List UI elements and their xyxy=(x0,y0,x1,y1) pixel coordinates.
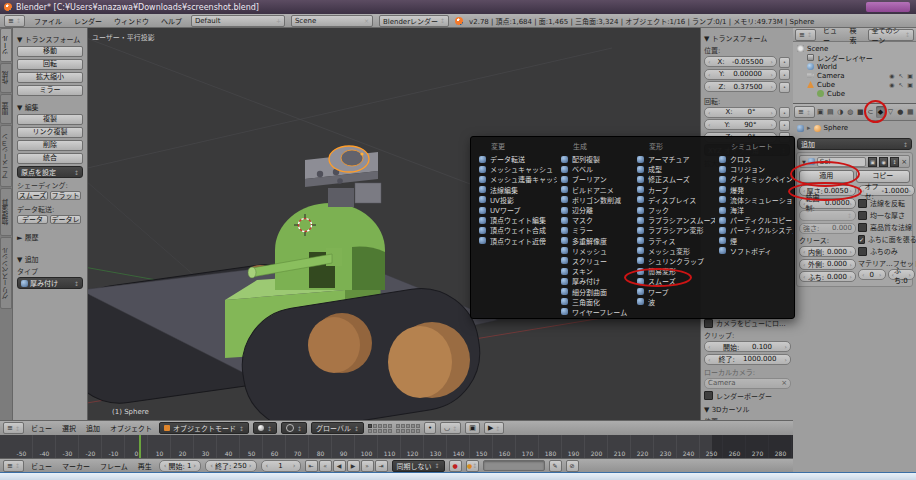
toolshelf-tab[interactable]: 物理演算 xyxy=(0,188,12,236)
modifier-menu-item[interactable]: ディスプレイス xyxy=(635,195,715,205)
constraints-tab-icon[interactable]: ⊂ xyxy=(866,106,875,118)
prev-keyframe-button[interactable]: « xyxy=(319,460,332,472)
modifier-menu-item[interactable]: シュリンクラップ xyxy=(635,256,715,266)
add-panel-title[interactable]: 追加 xyxy=(25,256,39,264)
opengl-render-anim-icon[interactable]: ▶↕ xyxy=(484,422,504,434)
local-camera-field[interactable]: Camera× xyxy=(704,378,791,389)
modifier-menu-item[interactable]: 成型 xyxy=(635,164,715,174)
object-tab-icon[interactable]: ■ xyxy=(856,106,865,118)
modifiers-tab-icon[interactable]: ◆ xyxy=(876,106,885,118)
toolshelf-tab[interactable]: ツール xyxy=(0,28,12,62)
npanel-transform-title[interactable]: トランスフォーム xyxy=(712,35,768,43)
lock-icon[interactable]: • xyxy=(779,57,790,68)
sync-dropdown[interactable]: 同期しない↕ xyxy=(392,460,445,472)
modifier-menu-item[interactable]: メッシュ連番キャッシュ xyxy=(477,174,557,184)
add-modifier-dropdown[interactable]: 追加 ↕ xyxy=(797,138,912,150)
modifier-menu-item[interactable]: データ転送 xyxy=(477,154,557,164)
expand-icon[interactable]: ▼ xyxy=(17,36,22,44)
modifier-menu-item[interactable]: 辺分離 xyxy=(559,205,633,215)
vertex-group-field[interactable]: ↕ xyxy=(799,210,856,221)
modifier-menu-item[interactable]: 頂点ウェイト編集 xyxy=(477,215,557,225)
transform-panel-title[interactable]: トランスフォーム xyxy=(25,36,81,44)
toolshelf-tab[interactable]: 作成 xyxy=(0,63,12,93)
modifier-name-field[interactable]: Sol xyxy=(817,157,866,167)
expand-icon[interactable]: ▼ xyxy=(17,104,22,112)
scene-tab-icon[interactable]: ◑ xyxy=(836,106,845,118)
render-layers-tab-icon[interactable]: ▤ xyxy=(826,106,835,118)
transform-button[interactable]: 回転 xyxy=(17,59,83,70)
outliner-view-menu[interactable]: ビュー xyxy=(820,28,843,45)
edit-button[interactable]: 複製 xyxy=(17,114,83,125)
modifier-menu-item[interactable]: 三角面化 xyxy=(559,297,633,307)
modifier-menu-item[interactable]: 修正スムーズ xyxy=(635,174,715,184)
editor-type-button[interactable]: ≡↕ xyxy=(3,460,24,472)
material-tab-icon[interactable]: ● xyxy=(896,106,905,118)
render-tab-icon[interactable]: ▣ xyxy=(816,106,825,118)
layout-selector[interactable]: Default + xyxy=(191,15,285,27)
shading-dropdown[interactable]: ↕ xyxy=(253,422,277,434)
pivot-dropdown[interactable]: ↕ xyxy=(281,422,307,434)
start-frame-field[interactable]: ‹開始:1› xyxy=(159,460,201,472)
menu-render[interactable]: レンダー xyxy=(71,16,105,26)
outliner-display-dropdown[interactable]: 全てのシーン↕ xyxy=(868,29,914,41)
modifier-menu-item[interactable]: 配列複製 xyxy=(559,154,633,164)
expand-icon[interactable]: ▼ xyxy=(802,159,806,165)
tl-playback-menu[interactable]: 再生 xyxy=(135,461,155,471)
crease-inner-field[interactable]: ‹内側:0.000› xyxy=(799,246,856,257)
current-frame-field[interactable]: ‹1› xyxy=(261,460,301,472)
modifier-menu-item[interactable]: パーティクルコピー xyxy=(717,215,793,225)
modifier-menu-item[interactable]: フック xyxy=(635,205,715,215)
breadcrumb-object-name[interactable]: Sphere xyxy=(824,124,849,132)
editor-type-button[interactable]: ≡↕ xyxy=(794,106,815,118)
next-keyframe-button[interactable]: » xyxy=(361,460,374,472)
object-menu[interactable]: オブジェクト xyxy=(107,423,155,433)
title-bar[interactable]: Blender* [C:¥Users¥anazawa¥Downloads¥scr… xyxy=(0,0,916,14)
toolshelf-tab[interactable]: グリースペンシル xyxy=(0,237,12,309)
lock-icon[interactable]: • xyxy=(779,120,790,131)
timeline-ruler[interactable]: -50-40-30-20-100102030405060708090100110… xyxy=(0,435,793,459)
opengl-render-icon[interactable]: ▣ xyxy=(465,422,480,434)
modifier-menu-item[interactable]: ラプラシアンスムーズ xyxy=(635,215,715,225)
modifier-menu-item[interactable]: リメッシュ xyxy=(559,246,633,256)
delete-modifier-icon[interactable]: × xyxy=(901,158,907,166)
transform-button[interactable]: 拡大縮小 xyxy=(17,72,83,83)
history-panel-title[interactable]: 履歴 xyxy=(25,234,39,242)
modifier-menu-item[interactable]: 頂点ウェイト近傍 xyxy=(477,236,557,246)
window-controls[interactable] xyxy=(866,2,910,12)
modifier-menu-item[interactable]: アーマチュア xyxy=(635,154,715,164)
autokey-mode-button[interactable]: ●↕ xyxy=(466,460,479,472)
modifier-menu-item[interactable]: 海洋 xyxy=(717,205,793,215)
even-thickness-checkbox[interactable]: 均一な厚さ xyxy=(858,210,915,220)
outliner-row[interactable]: World xyxy=(793,62,916,71)
texture-tab-icon[interactable]: ▦ xyxy=(906,106,915,118)
render-toggle-icon[interactable]: ▣ xyxy=(868,157,877,167)
modifier-menu-item[interactable]: カーブ xyxy=(635,185,715,195)
edit-button[interactable]: 統合 xyxy=(17,153,83,164)
expand-icon[interactable]: ▼ xyxy=(704,406,709,414)
set-origin-dropdown[interactable]: 原点を設定 ↕ xyxy=(17,166,83,178)
editor-type-button[interactable]: ≡ ↕ xyxy=(4,15,25,27)
modifier-menu-item[interactable]: スキン xyxy=(559,266,633,276)
modifier-menu-item[interactable]: 法線編集 xyxy=(477,185,557,195)
modifier-menu-item[interactable]: パーティクルシステム xyxy=(717,225,793,235)
move-modifier-icon[interactable]: ↕ xyxy=(890,157,899,167)
crease-outer-field[interactable]: ‹外側:0.000› xyxy=(799,259,856,270)
modifier-menu-item[interactable]: クロス xyxy=(717,154,793,164)
select-menu[interactable]: 選択 xyxy=(59,423,79,433)
offset-field[interactable]: ‹オフセ:-1.0000› xyxy=(858,185,915,196)
data-layout-button[interactable]: データレ xyxy=(50,215,81,224)
modifier-menu-item[interactable]: ベベル xyxy=(559,164,633,174)
toolshelf-tab[interactable]: アニメーション xyxy=(0,125,12,187)
rot-y-field[interactable]: ‹Y:90°› xyxy=(704,119,777,130)
play-button[interactable]: ▶ xyxy=(347,460,360,472)
lock-icon[interactable]: • xyxy=(779,82,790,93)
modifier-menu-item[interactable]: 厚み付け xyxy=(559,276,633,286)
rot-x-field[interactable]: ‹X:0°› xyxy=(704,107,777,118)
jump-start-button[interactable]: ⇤ xyxy=(305,460,318,472)
record-button[interactable]: ● xyxy=(449,460,462,472)
edit-button[interactable]: 削除 xyxy=(17,140,83,151)
loc-y-field[interactable]: ‹Y:0.00000› xyxy=(704,69,777,80)
modifier-menu-item[interactable]: 波 xyxy=(635,297,715,307)
outliner-row[interactable]: レンダーレイヤー xyxy=(793,53,916,62)
clear-icon[interactable]: × xyxy=(781,379,787,387)
